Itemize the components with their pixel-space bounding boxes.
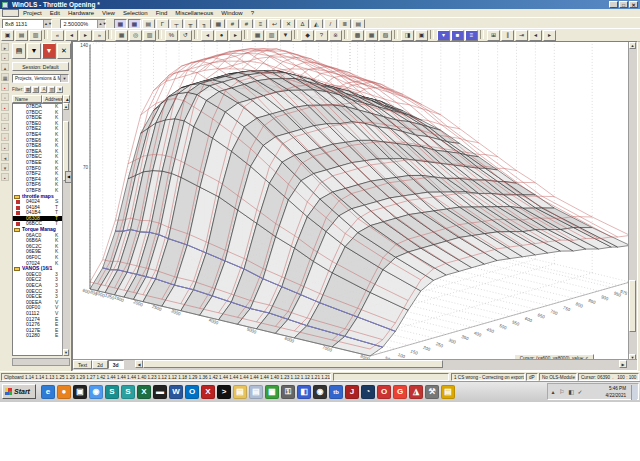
tree-view-combo[interactable]: Projects, Versions & Maps▼	[12, 74, 69, 83]
prev-diff-button[interactable]: ◂	[201, 30, 214, 41]
revert-button[interactable]: ↺	[179, 30, 192, 41]
bookmark-button[interactable]: ◆	[301, 30, 314, 41]
wrench-tool-icon[interactable]: ⚒	[425, 385, 439, 399]
checksum-button[interactable]: ▩	[351, 30, 364, 41]
chrome-icon[interactable]: ◉	[89, 385, 103, 399]
word-icon[interactable]: W	[169, 385, 183, 399]
panda-app-icon[interactable]: ▣	[73, 385, 87, 399]
collapse-sidebar-icon[interactable]: ◀	[65, 171, 72, 183]
sort-indicator[interactable]: ▲	[63, 95, 70, 103]
filter-button-3[interactable]: A	[40, 86, 47, 93]
nav-first-button[interactable]: «	[51, 30, 64, 41]
menu-edit[interactable]: Edit	[46, 9, 64, 17]
strip-icon-12[interactable]: ◂	[1, 153, 9, 161]
open-project-button[interactable]: ▼	[27, 43, 41, 59]
dtc-button[interactable]: ▧	[379, 30, 392, 41]
strip-icon-5[interactable]: ▪	[1, 83, 9, 91]
notepad-icon[interactable]: ▤	[249, 385, 263, 399]
map-row[interactable]: 01280E	[13, 333, 69, 339]
tab-2d[interactable]: 2d	[92, 360, 108, 369]
show-desktop-button[interactable]	[631, 385, 637, 400]
scrollbar-thumb[interactable]	[143, 360, 443, 368]
listmode-button[interactable]: ≡	[465, 30, 478, 41]
win-menu-button[interactable]: ▼	[279, 30, 292, 41]
map-view-button[interactable]: ▦	[115, 30, 128, 41]
compare-button[interactable]: ◨	[401, 30, 414, 41]
surface-chart[interactable]: 7014060080010001250150020002500300040005…	[73, 42, 638, 364]
strip-icon-7[interactable]: ▪	[1, 103, 9, 111]
menu-view[interactable]: View	[98, 9, 119, 17]
menu-selection[interactable]: Selection	[119, 9, 152, 17]
strip-icon-6[interactable]: ▫	[1, 93, 9, 101]
pause-button[interactable]: ∥	[501, 30, 514, 41]
import-file-button[interactable]: ▼	[42, 43, 56, 59]
list-hscrollbar[interactable]	[12, 358, 70, 366]
session-button[interactable]: Session: Default	[12, 62, 69, 71]
spinner-icon[interactable]: ▲▼	[97, 20, 105, 28]
hexdump-button[interactable]: ▣	[1, 30, 14, 41]
nav-next-button[interactable]: ▸	[79, 30, 92, 41]
red-j-app-icon[interactable]: J	[345, 385, 359, 399]
nav-last-button[interactable]: »	[93, 30, 106, 41]
outlook-icon[interactable]: O	[185, 385, 199, 399]
strip-icon-3[interactable]: ▴	[1, 63, 9, 71]
internet-explorer-icon[interactable]: e	[41, 385, 55, 399]
grid-toggle-button[interactable]: ⊞	[487, 30, 500, 41]
orange-app-icon[interactable]: ●	[57, 385, 71, 399]
strip-icon-13[interactable]: ▾	[1, 163, 9, 171]
key-app-icon[interactable]: ⚿	[281, 385, 295, 399]
solid-view-button[interactable]: ■	[451, 30, 464, 41]
menu-?[interactable]: ?	[247, 9, 258, 17]
tray-icon-4[interactable]: ✓	[576, 388, 584, 396]
record-button[interactable]: ●	[215, 30, 228, 41]
thunderbird-icon[interactable]: tb	[329, 385, 343, 399]
ebook-icon[interactable]: ▬	[153, 385, 167, 399]
strip-icon-9[interactable]: ▪	[1, 123, 9, 131]
menu-window[interactable]: Window	[217, 9, 246, 17]
filter-button-5[interactable]: ▼	[56, 86, 63, 93]
list-scrollbar[interactable]: ▲ ▼	[62, 103, 70, 356]
spinner-icon[interactable]: ▲▼	[43, 20, 51, 28]
copy-window-button[interactable]: ▤	[15, 30, 28, 41]
filter-button-1[interactable]: ▦	[24, 86, 31, 93]
menu-find[interactable]: Find	[152, 9, 172, 17]
nav-prev-button[interactable]: ◂	[65, 30, 78, 41]
next-diff-button[interactable]: ▸	[229, 30, 242, 41]
tray-icon-3[interactable]: ◧	[567, 388, 575, 396]
tab-3d[interactable]: 3d	[108, 360, 124, 369]
menu-project[interactable]: Project	[19, 9, 46, 17]
list-view-button[interactable]: ▥	[143, 30, 156, 41]
tab-text[interactable]: Text	[73, 360, 92, 369]
google-app-icon[interactable]: G	[393, 385, 407, 399]
mappack-button[interactable]: ▦	[365, 30, 378, 41]
terminal-icon[interactable]: >	[217, 385, 231, 399]
goto-end-button[interactable]: ⇥	[515, 30, 528, 41]
properties-button[interactable]: ▣	[415, 30, 428, 41]
scroll-up-icon[interactable]: ▲	[629, 42, 636, 49]
new-map-button[interactable]: ▤	[12, 43, 26, 59]
win-tile-button[interactable]: ▦	[251, 30, 264, 41]
chart-hscrollbar[interactable]: ◀ ▶	[135, 360, 627, 369]
scroll-up-icon[interactable]: ▲	[63, 103, 69, 110]
opera-icon[interactable]: O	[377, 385, 391, 399]
strip-icon-4[interactable]: ▦	[1, 73, 9, 81]
origami-app-icon[interactable]: ◮	[409, 385, 423, 399]
strip-icon-8[interactable]: ◦	[1, 113, 9, 121]
strip-icon-14[interactable]: ▪	[1, 173, 9, 181]
strip-icon-10[interactable]: ▫	[1, 133, 9, 141]
menu-miscellaneous[interactable]: Miscellaneous	[171, 9, 217, 17]
excel-icon[interactable]: X	[137, 385, 151, 399]
map-3d-window[interactable]: 7014060080010001250150020002500300040005…	[72, 41, 638, 371]
chart-vscrollbar[interactable]: ▲ ▼	[628, 42, 637, 361]
scroll-down-icon[interactable]: ▼	[63, 349, 69, 356]
close-button[interactable]: ✕	[629, 1, 638, 8]
column-name[interactable]: Name	[12, 95, 42, 103]
scrollbar-thumb[interactable]	[629, 280, 636, 332]
help-button[interactable]: ?	[315, 30, 328, 41]
strip-icon-2[interactable]: ▪	[1, 53, 9, 61]
win-cascade-button[interactable]: ▥	[265, 30, 278, 41]
menu-hardware[interactable]: Hardware	[64, 9, 98, 17]
viewmode-button[interactable]: ▾	[437, 30, 450, 41]
search-button[interactable]: ◎	[129, 30, 142, 41]
strip-icon-1[interactable]: ▸	[1, 43, 9, 51]
